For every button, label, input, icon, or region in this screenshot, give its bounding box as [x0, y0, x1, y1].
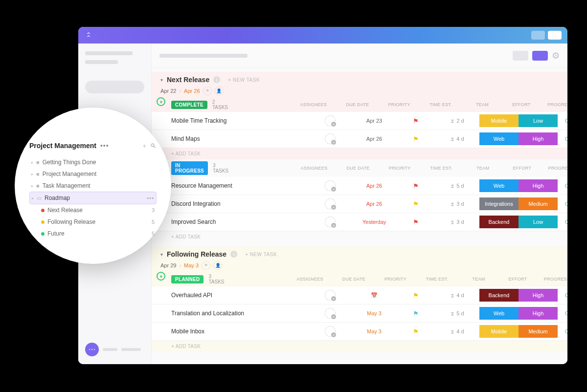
tree-item[interactable]: Next Release 3: [29, 204, 157, 216]
tree-item[interactable]: ▸ ■ Getting Things Done: [29, 156, 157, 168]
task-row[interactable]: Overhauled API 📅 ⚑ ⧗4 d Backend High: [152, 286, 567, 305]
time-estimate[interactable]: ⧗3 d: [435, 219, 479, 225]
window-minimize-button[interactable]: [531, 31, 545, 40]
status-badge[interactable]: IN PROGRESS: [171, 161, 208, 175]
status-badge[interactable]: COMPLETE: [171, 101, 207, 109]
due-date[interactable]: Yesterday: [352, 219, 396, 225]
priority-flag-icon[interactable]: ⚑: [396, 200, 435, 208]
progress-cell[interactable]: [558, 311, 567, 315]
task-row[interactable]: Mind Maps Apr 26 ⚑ ⧗4 d Web High: [152, 130, 567, 148]
tree-item[interactable]: ▸ ■ Task Management: [29, 180, 157, 192]
due-date[interactable]: Apr 26: [352, 136, 396, 142]
view-toggle-a[interactable]: [513, 51, 528, 61]
chevron-down-icon[interactable]: ▾: [160, 77, 163, 83]
plus-icon[interactable]: +: [142, 142, 146, 150]
flag-placeholder-icon[interactable]: ⚑: [203, 87, 212, 95]
effort-tag[interactable]: Medium: [519, 325, 558, 338]
chevron-down-icon[interactable]: ▾: [160, 252, 163, 257]
team-tag[interactable]: Web: [479, 132, 519, 145]
time-estimate[interactable]: ⧗5 d: [435, 183, 479, 189]
new-task-button[interactable]: + NEW TASK: [228, 77, 260, 83]
tree-item[interactable]: Following Release 5: [29, 216, 157, 228]
assignee-placeholder-icon[interactable]: 👤: [215, 87, 224, 95]
status-toggle-icon[interactable]: ▾: [157, 97, 165, 106]
task-row[interactable]: Resource Management Apr 26 ⚑ ⧗5 d Web Hi…: [152, 177, 567, 195]
progress-cell[interactable]: [558, 220, 567, 224]
team-tag[interactable]: Web: [479, 179, 519, 192]
status-badge[interactable]: PLANNED: [171, 275, 203, 283]
tree-item[interactable]: Future 5: [29, 228, 157, 240]
progress-cell[interactable]: [558, 329, 567, 333]
priority-flag-icon[interactable]: ⚑: [396, 292, 435, 299]
priority-flag-icon[interactable]: ⚑: [396, 117, 435, 125]
effort-tag[interactable]: High: [519, 132, 558, 145]
task-row[interactable]: Mobile Time Tracking Apr 23 ⚑ ⧗2 d Mobil…: [152, 112, 567, 130]
priority-flag-icon[interactable]: ⚑: [396, 182, 435, 190]
task-row[interactable]: Improved Search Yesterday ⚑ ⧗3 d Backend…: [152, 213, 567, 231]
priority-flag-icon[interactable]: ⚑: [396, 218, 435, 226]
priority-flag-icon[interactable]: ⚑: [396, 328, 435, 335]
priority-flag-icon[interactable]: ⚑: [396, 310, 435, 317]
progress-cell[interactable]: [558, 137, 567, 141]
info-icon[interactable]: i: [213, 76, 220, 83]
progress-cell[interactable]: [558, 293, 567, 297]
add-task-button[interactable]: + ADD TASK: [152, 341, 567, 352]
chat-icon[interactable]: ⋯: [85, 343, 99, 356]
assignee-cell[interactable]: [308, 180, 352, 191]
tree-item[interactable]: ▸ ▭ Roadmap •••: [29, 192, 157, 204]
progress-cell[interactable]: [558, 119, 567, 123]
effort-tag[interactable]: High: [519, 289, 558, 302]
team-tag[interactable]: Mobile: [479, 325, 519, 338]
assignee-cell[interactable]: [308, 198, 352, 209]
due-date[interactable]: May 3: [352, 310, 396, 316]
team-tag[interactable]: Backend: [479, 289, 519, 302]
progress-cell[interactable]: [558, 184, 567, 188]
add-task-button[interactable]: + ADD TASK: [152, 148, 567, 159]
time-estimate[interactable]: ⧗2 d: [435, 118, 479, 124]
due-date[interactable]: Apr 26: [352, 201, 396, 207]
team-tag[interactable]: Integrations: [479, 197, 519, 210]
effort-tag[interactable]: Low: [519, 114, 558, 127]
assignee-cell[interactable]: [308, 308, 352, 319]
due-date[interactable]: Apr 23: [352, 118, 396, 124]
effort-tag[interactable]: High: [519, 307, 558, 320]
window-maximize-button[interactable]: [548, 31, 562, 40]
flag-placeholder-icon[interactable]: ⚑: [202, 261, 210, 270]
status-toggle-icon[interactable]: ▾: [157, 272, 165, 281]
task-row[interactable]: Discord Integration Apr 26 ⚑ ⧗3 d Integr…: [152, 195, 567, 213]
more-icon[interactable]: •••: [100, 142, 109, 150]
time-estimate[interactable]: ⧗4 d: [435, 136, 479, 142]
view-toggle-b[interactable]: [532, 51, 548, 61]
team-tag[interactable]: Backend: [479, 216, 519, 228]
tree-item[interactable]: ▸ ■ Project Management: [29, 168, 157, 180]
task-row[interactable]: Translation and Localization May 3 ⚑ ⧗5 …: [152, 305, 567, 323]
due-date[interactable]: 📅: [352, 292, 396, 299]
info-icon[interactable]: i: [230, 251, 237, 258]
time-estimate[interactable]: ⧗5 d: [435, 310, 479, 317]
search-icon[interactable]: 🔍︎: [150, 142, 157, 150]
gear-icon[interactable]: ⚙: [552, 50, 560, 61]
due-date[interactable]: Apr 26: [352, 183, 396, 189]
time-estimate[interactable]: ⧗3 d: [435, 201, 479, 207]
due-date[interactable]: May 3: [352, 328, 396, 334]
priority-flag-icon[interactable]: ⚑: [396, 135, 435, 143]
assignee-placeholder-icon[interactable]: 👤: [213, 261, 222, 270]
add-task-button[interactable]: + ADD TASK: [152, 231, 567, 242]
assignee-cell[interactable]: [308, 290, 352, 301]
assignee-cell[interactable]: [308, 115, 352, 126]
effort-tag[interactable]: Medium: [519, 197, 558, 210]
time-estimate[interactable]: ⧗4 d: [435, 292, 479, 299]
effort-tag[interactable]: High: [519, 179, 558, 192]
task-row[interactable]: Mobile Inbox May 3 ⚑ ⧗4 d Mobile Medium: [152, 323, 567, 341]
team-tag[interactable]: Mobile: [479, 114, 519, 127]
more-icon[interactable]: •••: [147, 195, 154, 201]
new-task-button[interactable]: + NEW TASK: [245, 252, 277, 257]
assignee-cell[interactable]: [308, 326, 352, 337]
effort-tag[interactable]: Low: [519, 216, 558, 228]
progress-cell[interactable]: [558, 202, 567, 206]
time-estimate[interactable]: ⧗4 d: [435, 328, 479, 335]
sidebar-search[interactable]: [85, 81, 144, 93]
assignee-cell[interactable]: [308, 217, 352, 227]
team-tag[interactable]: Web: [479, 307, 519, 320]
assignee-cell[interactable]: [308, 133, 352, 144]
